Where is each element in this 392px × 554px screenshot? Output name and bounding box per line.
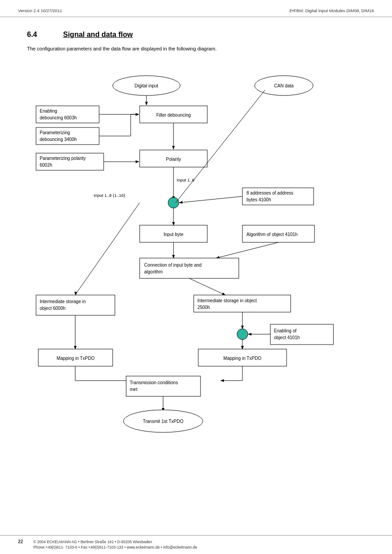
enabling-debouncing-text2: debouncing 6003h [40,115,77,120]
footer-text: © 2004 ECKELMANN AG • Berliner Straße 16… [33,539,197,551]
page-content: 6.4 Signal and data flow The configurati… [0,17,392,516]
inter-6000h-text2: object 6000h [40,306,65,311]
header-left: Version 2.4 10/27/2011 [18,8,62,13]
connection-text1: Connection of input byte and [144,263,201,268]
inter-6000h-text1: Intermediate storage in [40,299,86,304]
mapping-txpdo-right-label: Mapping in TxPDO [223,356,262,361]
param-polarity-text1: Parameterizing polarity [40,156,86,161]
flow-diagram: Digital input CAN data Enabling debounci… [27,65,365,480]
page-header: Version 2.4 10/27/2011 E•FBM: Digital In… [0,0,392,17]
param-polarity-text2: 6002h [40,163,52,168]
input-1-8-to-inter6000-line [76,203,140,294]
enabling-debouncing-text: Enabling [40,109,57,114]
transmission-text1: Transmission conditions [130,380,178,385]
transmission-box [126,376,201,396]
inter-2500h-text2: 2500h [197,305,210,310]
can-data-label: CAN data [274,83,294,88]
input-1-8-label: Input 1..8 [177,177,195,182]
footer-line1: © 2004 ECKELMANN AG • Berliner Straße 16… [33,539,197,545]
inter-2500h-text1: Intermediate storage in object [197,298,257,303]
circle-node-top [168,197,179,208]
diagram-container: Digital input CAN data Enabling debounci… [27,65,365,480]
connection-box [140,258,239,278]
algorithm-label: Algorithm of object 4101h [246,232,297,237]
circle-node-bottom [237,329,248,340]
digital-input-label: Digital input [135,83,158,88]
page-footer: 22 © 2004 ECKELMANN AG • Berliner Straße… [0,535,392,554]
transmission-text2: met [130,387,137,392]
section-heading: 6.4 Signal and data flow [27,31,365,39]
input-1-8-16-label: Input 1..8 (1..16) [94,193,125,198]
intro-text: The configuration parameters and the dat… [27,45,365,53]
connection-text2: algorithm [144,269,163,274]
enabling-4101h-box [270,324,333,345]
footer-page-number: 22 [18,539,27,544]
header-right: E•FBM: Digital Input Modules DIM08, DIM1… [289,8,374,13]
input-byte-label: Input byte [164,232,183,237]
transmit-label: Transmit 1st TxPDO [143,419,183,424]
algo-to-connection-arrow [216,242,278,258]
mapping-txpdo-left-label: Mapping in TxPDO [57,356,95,361]
param-debouncing-text2: debouncing 3400h [40,137,77,142]
param-debouncing-text1: Parameterizing [40,130,70,135]
inter-6000h-box [36,295,115,315]
section-number: 6.4 [27,31,50,39]
enabling-4101h-text1: Enabling of [274,328,296,333]
enabling-4101h-text2: object 4101h [274,335,300,340]
addresses-text2: bytes 4100h [246,197,271,202]
polarity-label: Polarity [166,157,181,162]
footer-line2: Phone:+49(0)611- 7103-0 • Fax:+49(0)611-… [33,545,197,550]
addresses-text1: 8 addresses of address [246,191,293,195]
filter-debouncing-label: Filter debouncing [156,113,191,118]
connection-to-inter2500-arrow [189,278,225,295]
addresses-to-circle-arrow [179,196,242,203]
section-title: Signal and data flow [63,31,133,39]
